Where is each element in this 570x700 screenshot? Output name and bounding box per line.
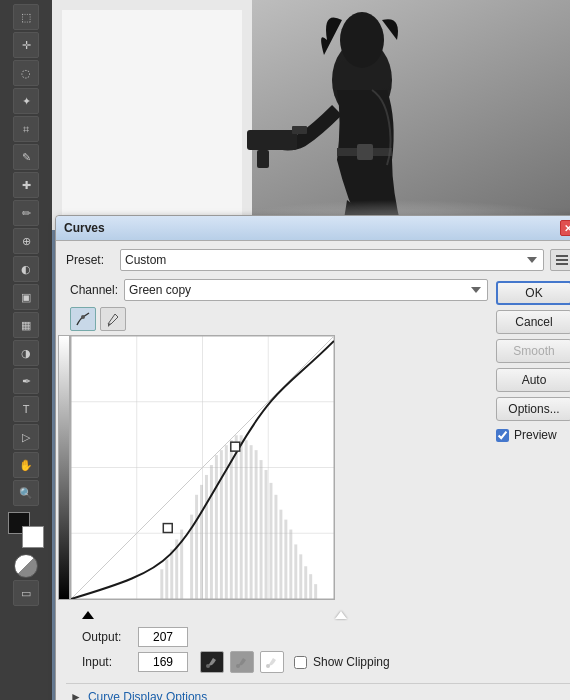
lasso-tool-btn[interactable]: ◌ xyxy=(13,60,39,86)
pencil-tool[interactable] xyxy=(100,307,126,331)
main-content: Channel: Green copy RGB Red Green Blue xyxy=(66,279,570,677)
svg-rect-33 xyxy=(245,440,248,599)
history-tool-btn[interactable]: ◐ xyxy=(13,256,39,282)
svg-rect-45 xyxy=(304,566,307,599)
right-panel: OK Cancel Smooth Auto Options... Preview xyxy=(496,279,570,677)
background-color-swatch[interactable] xyxy=(22,526,44,548)
black-eyedropper-icon xyxy=(205,655,219,669)
svg-rect-44 xyxy=(299,554,302,599)
preset-menu-button[interactable] xyxy=(550,249,570,271)
screen-mode-btn[interactable]: ▭ xyxy=(13,580,39,606)
preview-row: Preview xyxy=(496,428,570,442)
svg-rect-7 xyxy=(292,126,307,134)
dodge-tool-btn[interactable]: ◑ xyxy=(13,340,39,366)
svg-rect-47 xyxy=(314,584,317,599)
eyedropper-tool-btn[interactable]: ✎ xyxy=(13,144,39,170)
curve-canvas-wrapper xyxy=(70,335,488,603)
close-button[interactable]: ✕ xyxy=(560,220,570,236)
svg-rect-36 xyxy=(260,460,263,599)
preset-row: Preset: Custom xyxy=(66,249,570,271)
preset-select[interactable]: Custom xyxy=(120,249,544,271)
auto-button[interactable]: Auto xyxy=(496,368,570,392)
clipping-row: Show Clipping xyxy=(294,655,390,669)
zoom-tool-btn[interactable]: 🔍 xyxy=(13,480,39,506)
show-clipping-checkbox[interactable] xyxy=(294,656,307,669)
ok-button[interactable]: OK xyxy=(496,281,570,305)
output-input-area: Output: Input: xyxy=(66,627,488,673)
svg-rect-52 xyxy=(160,569,163,599)
pencil-icon xyxy=(105,311,121,327)
options-button[interactable]: Options... xyxy=(496,397,570,421)
eraser-tool-btn[interactable]: ▣ xyxy=(13,284,39,310)
preset-menu-icon xyxy=(555,253,569,267)
svg-rect-27 xyxy=(215,455,218,599)
svg-rect-12 xyxy=(556,259,568,261)
svg-rect-41 xyxy=(284,520,287,599)
channel-label: Channel: xyxy=(70,283,118,297)
photo-svg xyxy=(52,0,570,230)
clone-tool-btn[interactable]: ⊕ xyxy=(13,228,39,254)
healing-tool-btn[interactable]: ✚ xyxy=(13,172,39,198)
svg-rect-5 xyxy=(247,130,297,150)
input-input[interactable] xyxy=(138,652,188,672)
brush-tool-btn[interactable]: ✏ xyxy=(13,200,39,226)
crop-tool-btn[interactable]: ⌗ xyxy=(13,116,39,142)
curve-canvas[interactable] xyxy=(70,335,335,600)
svg-rect-26 xyxy=(210,465,213,599)
curve-adjust-tool[interactable] xyxy=(70,307,96,331)
gray-eyedropper-btn[interactable] xyxy=(230,651,254,673)
svg-rect-25 xyxy=(205,475,208,599)
toolbar: ⬚ ✛ ◌ ✦ ⌗ ✎ ✚ ✏ ⊕ ◐ ▣ ▦ ◑ ✒ T ▷ ✋ 🔍 ▭ xyxy=(0,0,52,700)
quick-mask-btn[interactable] xyxy=(14,554,38,578)
gray-eyedropper-icon xyxy=(235,655,249,669)
output-row: Output: xyxy=(82,627,488,647)
curve-tool-icon xyxy=(75,311,91,327)
output-input[interactable] xyxy=(138,627,188,647)
svg-rect-54 xyxy=(231,442,240,451)
dialog-titlebar: Curves ✕ xyxy=(56,216,570,241)
bottom-slider[interactable] xyxy=(82,609,347,623)
svg-rect-38 xyxy=(269,483,272,599)
black-eyedropper-btn[interactable] xyxy=(200,651,224,673)
channel-select[interactable]: Green copy RGB Red Green Blue xyxy=(124,279,488,301)
svg-rect-35 xyxy=(255,450,258,599)
hand-tool-btn[interactable]: ✋ xyxy=(13,452,39,478)
white-point-slider[interactable] xyxy=(335,611,347,619)
photo-background xyxy=(52,0,570,230)
move-tool-btn[interactable]: ✛ xyxy=(13,32,39,58)
type-tool-btn[interactable]: T xyxy=(13,396,39,422)
svg-rect-42 xyxy=(289,530,292,599)
svg-point-4 xyxy=(340,12,384,68)
expand-icon[interactable]: ► xyxy=(70,690,82,700)
svg-rect-46 xyxy=(309,574,312,599)
smooth-button[interactable]: Smooth xyxy=(496,339,570,363)
curve-display-options-link[interactable]: Curve Display Options xyxy=(88,690,207,700)
svg-rect-11 xyxy=(556,255,568,257)
svg-rect-34 xyxy=(250,445,253,599)
cancel-button[interactable]: Cancel xyxy=(496,310,570,334)
svg-rect-28 xyxy=(220,450,223,599)
black-point-slider[interactable] xyxy=(82,611,94,619)
input-row: Input: xyxy=(82,651,488,673)
channel-row: Channel: Green copy RGB Red Green Blue xyxy=(66,279,488,301)
show-clipping-label: Show Clipping xyxy=(313,655,390,669)
svg-rect-51 xyxy=(165,559,168,599)
svg-rect-39 xyxy=(274,495,277,599)
svg-rect-6 xyxy=(257,150,269,168)
svg-point-56 xyxy=(206,664,210,668)
curve-tools xyxy=(66,307,488,331)
svg-rect-31 xyxy=(235,435,238,599)
svg-rect-24 xyxy=(200,485,203,599)
curve-svg xyxy=(71,336,334,599)
path-tool-btn[interactable]: ▷ xyxy=(13,424,39,450)
pen-tool-btn[interactable]: ✒ xyxy=(13,368,39,394)
magic-wand-btn[interactable]: ✦ xyxy=(13,88,39,114)
marquee-tool-btn[interactable]: ⬚ xyxy=(13,4,39,30)
svg-rect-37 xyxy=(265,470,268,599)
svg-rect-32 xyxy=(240,435,243,599)
preview-label: Preview xyxy=(514,428,557,442)
left-panel: Channel: Green copy RGB Red Green Blue xyxy=(66,279,488,677)
preview-checkbox[interactable] xyxy=(496,429,509,442)
gradient-tool-btn[interactable]: ▦ xyxy=(13,312,39,338)
white-eyedropper-btn[interactable] xyxy=(260,651,284,673)
